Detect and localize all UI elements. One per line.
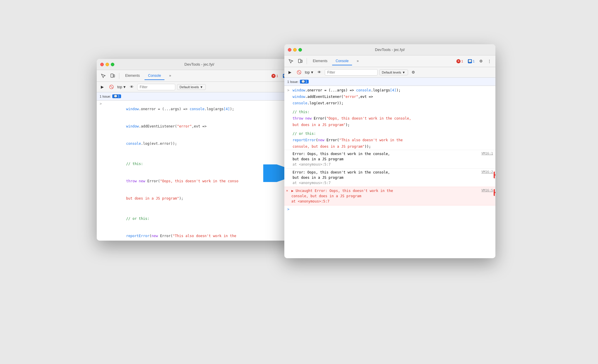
fg-prompt-1: > window.onerror = (...args) => console.… xyxy=(284,87,495,93)
inspect-icon[interactable] xyxy=(99,72,107,79)
eye-icon-fg[interactable]: 👁 xyxy=(316,69,323,76)
fg-empty-prompt[interactable]: > xyxy=(284,205,495,208)
console-line-3: console.log(evt.error)); xyxy=(97,135,302,152)
fg-comment-1: // this: xyxy=(284,109,495,115)
issue-count-badge-fg: 💬 1 xyxy=(300,80,309,84)
window-title-bg: DevTools - jec.fyi/ xyxy=(184,62,214,67)
console-comment-2: // or this: xyxy=(97,210,302,227)
play-icon-fg[interactable]: ▶ xyxy=(287,69,293,76)
titlebar-bg: DevTools - jec.fyi/ xyxy=(97,59,302,70)
fg-error-log-2: Error: Oops, this doesn't work in the co… xyxy=(284,168,495,187)
console-report-1: reportError(new Error("This also doesn't… xyxy=(97,227,302,241)
fullscreen-button-fg[interactable] xyxy=(298,48,302,52)
info-badge-fg: 💬 1 xyxy=(466,59,476,64)
fg-blank-2 xyxy=(284,128,495,130)
issue-bar-fg: 1 Issue: 💬 1 xyxy=(284,78,495,86)
minimize-button[interactable] xyxy=(106,63,109,66)
tab-more-bg[interactable]: » xyxy=(166,72,175,80)
fg-code-2: window.addEventListener("error",evt => xyxy=(284,93,495,100)
devtools-window-background: DevTools - jec.fyi/ Elements Console » ✕… xyxy=(97,59,302,241)
tab-toolbar-bg: Elements Console » ✕ 1 💬 1 ⚙ xyxy=(97,70,302,82)
svg-rect-0 xyxy=(111,74,113,77)
filter-input-fg[interactable] xyxy=(325,69,378,76)
default-levels-bg[interactable]: Default levels ▼ xyxy=(177,84,206,90)
svg-rect-4 xyxy=(301,60,302,62)
fg-comment-2: // or this: xyxy=(284,130,495,137)
minimize-button-fg[interactable] xyxy=(293,48,297,52)
close-button[interactable] xyxy=(100,63,104,66)
vm16-2-link[interactable]: VM16:2 xyxy=(481,170,493,175)
fg-throw-1: throw new Error("Oops, this doesn't work… xyxy=(284,115,495,122)
error-badge-fg: ✕ 1 xyxy=(455,59,465,64)
filter-input-bg[interactable] xyxy=(137,84,175,90)
fg-error-log-1: Error: Oops, this doesn't work in the co… xyxy=(284,150,495,168)
error-badge-bg: ✕ 1 xyxy=(270,73,280,79)
eye-icon-bg[interactable]: 👁 xyxy=(128,84,135,90)
fg-blank-1 xyxy=(284,106,495,109)
settings-icon-fg[interactable]: ⚙ xyxy=(478,58,485,64)
issue-count-badge-bg: 💬 1 xyxy=(112,94,121,98)
separator xyxy=(119,73,119,79)
console-line-2: window.addEventListener("error",evt => xyxy=(97,118,302,135)
tab-elements-fg[interactable]: Elements xyxy=(309,57,331,65)
console-content-fg: > window.onerror = (...args) => console.… xyxy=(284,86,495,258)
settings-console-icon-fg[interactable]: ⚙ xyxy=(410,69,417,76)
tab-toolbar-fg: Elements Console » ✕ 1 💬 1 ⚙ ⋮ xyxy=(284,55,495,67)
console-toolbar-fg: ▶ 🚫 top ▼ 👁 Default levels ▼ ⚙ xyxy=(284,67,495,78)
console-line-1: window.onerror = (...args) => console.lo… xyxy=(97,101,302,118)
svg-rect-3 xyxy=(298,59,301,63)
fg-report-2: console, but does in a JS program")); xyxy=(284,143,495,150)
fg-throw-2: but does in a JS program"); xyxy=(284,122,495,128)
console-throw-2: but does in a JS program"); xyxy=(97,190,302,207)
top-selector-bg[interactable]: top ▼ xyxy=(117,85,126,89)
more-icon-fg[interactable]: ⋮ xyxy=(486,58,493,64)
vm16-1-link[interactable]: VM16:1 xyxy=(481,151,493,156)
inspect-icon-fg[interactable] xyxy=(287,58,295,65)
window-title-fg: DevTools - jec.fyi/ xyxy=(375,47,405,52)
tab-more-fg[interactable]: » xyxy=(353,57,362,65)
close-button-fg[interactable] xyxy=(288,48,291,52)
red-arrow-2 xyxy=(494,188,495,198)
vm16-5-link[interactable]: VM16:5 xyxy=(481,188,493,193)
fg-report-1: reportError(new Error("This also doesn't… xyxy=(284,137,495,143)
play-icon-bg[interactable]: ▶ xyxy=(99,84,106,90)
issue-bar-bg: 1 Issue: 💬 1 xyxy=(97,92,302,101)
tab-console-bg[interactable]: Console xyxy=(145,72,164,80)
separator-fg xyxy=(307,58,307,64)
fg-uncaught-error: ✕ ▶ Uncaught Error: Oops, this doesn't w… xyxy=(284,187,495,205)
device-icon-fg[interactable] xyxy=(296,58,304,65)
stop-icon-fg[interactable]: 🚫 xyxy=(295,69,303,76)
fg-code-3: console.log(evt.error)); xyxy=(284,100,495,106)
devtools-window-foreground: DevTools - jec.fyi/ Elements Console » ✕… xyxy=(284,44,495,258)
tab-elements-bg[interactable]: Elements xyxy=(122,72,143,80)
fullscreen-button[interactable] xyxy=(111,63,114,66)
console-blank-1 xyxy=(97,152,302,155)
titlebar-fg: DevTools - jec.fyi/ xyxy=(284,44,495,55)
console-blank-2 xyxy=(97,207,302,210)
svg-rect-1 xyxy=(113,75,115,77)
console-toolbar-bg: ▶ 🚫 top ▼ 👁 Default levels ▼ xyxy=(97,82,302,92)
traffic-lights-bg xyxy=(100,63,114,66)
stop-icon-bg[interactable]: 🚫 xyxy=(107,84,115,90)
top-selector-fg[interactable]: top ▼ xyxy=(305,70,314,74)
default-levels-fg[interactable]: Default levels ▼ xyxy=(379,69,408,75)
traffic-lights-fg xyxy=(288,48,302,52)
red-arrow-1 xyxy=(494,170,495,181)
device-icon[interactable] xyxy=(108,72,117,79)
tab-console-fg[interactable]: Console xyxy=(332,57,352,65)
